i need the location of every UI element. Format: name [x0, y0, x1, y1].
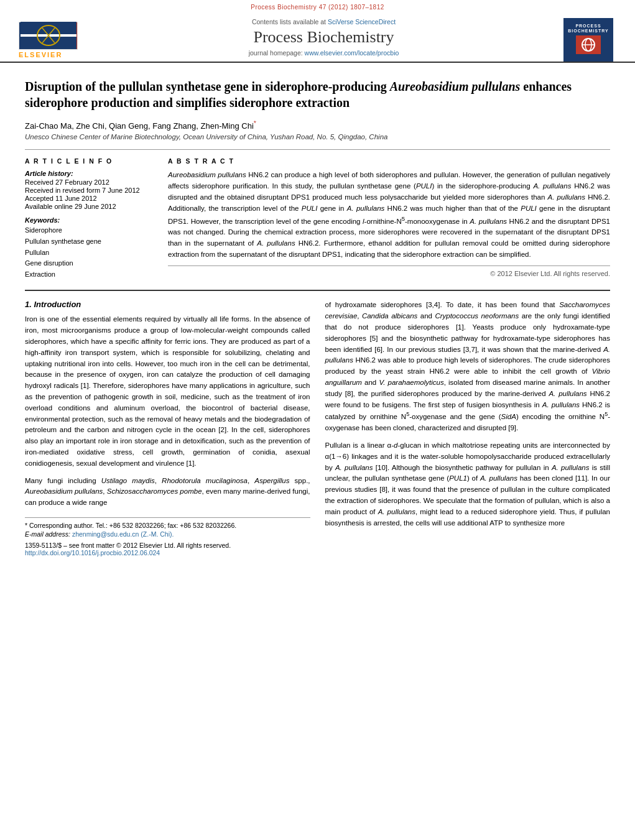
keywords-label: Keywords: [25, 216, 149, 224]
email-link[interactable]: zhenming@sdu.edu.cn (Z.-M. Chi). [72, 530, 174, 538]
right-column: of hydroxamate siderophores [3,4]. To da… [325, 300, 611, 556]
elsevier-wordmark: ELSEVIER [19, 51, 62, 58]
abstract-column: A B S T R A C T Aureobasidium pullulans … [168, 157, 610, 280]
article-authors: Zai-Chao Ma, Zhe Chi, Qian Geng, Fang Zh… [25, 119, 610, 131]
available-date: Available online 29 June 2012 [25, 203, 149, 210]
article-info-column: A R T I C L E I N F O Article history: R… [25, 157, 149, 280]
copyright-line: © 2012 Elsevier Ltd. All rights reserved… [168, 265, 610, 277]
article-info-abstract-section: A R T I C L E I N F O Article history: R… [25, 149, 610, 280]
main-content: 1. Introduction Iron is one of the essen… [25, 290, 610, 556]
keyword-4: Gene disruption [25, 258, 149, 269]
footer-doi: http://dx.doi.org/10.1016/j.procbio.2012… [25, 549, 310, 556]
journal-homepage-line: journal homepage: www.elsevier.com/locat… [100, 49, 548, 57]
left-column: 1. Introduction Iron is one of the essen… [25, 300, 310, 556]
footnote-star: * Corresponding author. Tel.: +86 532 82… [25, 522, 310, 529]
banner-text: Process Biochemistry 47 (2012) 1807–1812 [251, 4, 384, 11]
revised-date: Received in revised form 7 June 2012 [25, 187, 149, 194]
article-title: Disruption of the pullulan synthetase ge… [25, 78, 610, 111]
pb-icon-image [576, 35, 601, 54]
contents-available: Contents lists available at SciVerse Sci… [100, 18, 548, 25]
article-body: Disruption of the pullulan synthetase ge… [0, 63, 635, 569]
keywords-list: Siderophore Pullulan synthetase gene Pul… [25, 225, 149, 280]
doi-link[interactable]: http://dx.doi.org/10.1016/j.procbio.2012… [25, 549, 160, 556]
keyword-3: Pullulan [25, 247, 149, 259]
elsevier-logo: ELSEVIER [19, 22, 87, 58]
sciverse-link[interactable]: SciVerse ScienceDirect [328, 18, 396, 25]
footnotes: * Corresponding author. Tel.: +86 532 82… [25, 517, 310, 556]
journal-title: Process Biochemistry [100, 28, 548, 47]
keyword-1: Siderophore [25, 225, 149, 236]
journal-banner: Process Biochemistry 47 (2012) 1807–1812 [0, 0, 635, 12]
pb-logo-box: PROCESS BIOCHEMISTRY [563, 18, 613, 62]
footer-issn: 1359-5113/$ – see front matter © 2012 El… [25, 542, 310, 549]
section-1-title: 1. Introduction [25, 300, 310, 309]
received-date: Received 27 February 2012 [25, 178, 149, 186]
article-info-heading: A R T I C L E I N F O [25, 157, 149, 165]
article-history-label: Article history: [25, 170, 149, 177]
right-para-1: of hydroxamate siderophores [3,4]. To da… [325, 300, 611, 434]
corresponding-author-mark: * [254, 119, 256, 127]
footnote-email: E-mail address: zhenming@sdu.edu.cn (Z.-… [25, 530, 310, 538]
article-affiliation: Unesco Chinese Center of Marine Biotechn… [25, 133, 610, 141]
homepage-link[interactable]: www.elsevier.com/locate/procbio [305, 49, 399, 57]
right-para-2: Pullulan is a linear α-d-glucan in which… [325, 440, 611, 529]
page: Process Biochemistry 47 (2012) 1807–1812… [0, 0, 635, 840]
journal-header: ELSEVIER Contents lists available at Sci… [0, 12, 635, 63]
header-center: Contents lists available at SciVerse Sci… [87, 18, 560, 62]
abstract-text: Aureobasidium pullulans HN6.2 can produc… [168, 170, 610, 260]
keyword-5: Extraction [25, 269, 149, 280]
pb-logo: PROCESS BIOCHEMISTRY [560, 18, 616, 62]
intro-para-1: Iron is one of the essential elements re… [25, 314, 310, 469]
article-dates: Received 27 February 2012 Received in re… [25, 178, 149, 210]
accepted-date: Accepted 11 June 2012 [25, 195, 149, 202]
abstract-heading: A B S T R A C T [168, 157, 610, 165]
elsevier-logo-image [19, 22, 78, 50]
article-title-italic: Aureobasidium pullulans [390, 80, 521, 93]
intro-para-2: Many fungi including Ustilago maydis, Rh… [25, 476, 310, 509]
keyword-2: Pullulan synthetase gene [25, 236, 149, 247]
